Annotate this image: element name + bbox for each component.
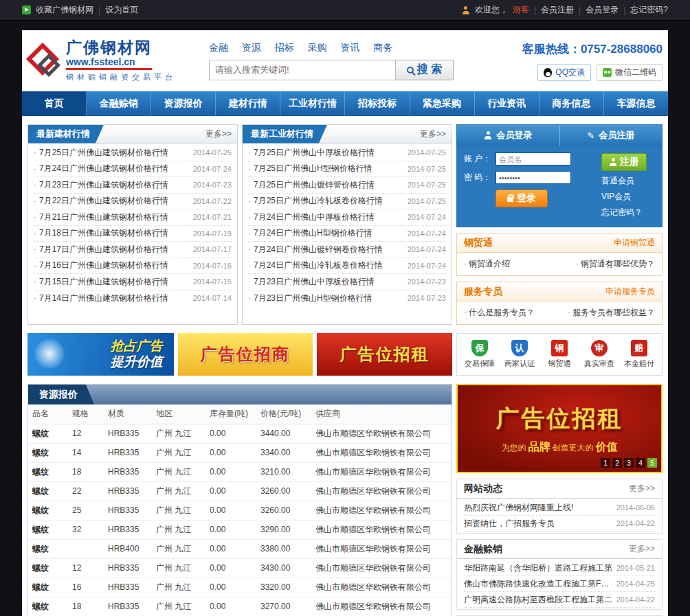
news-date: 2014-07-15 <box>193 277 232 286</box>
nav-item-urgent-purchase[interactable]: 紧急采购 <box>410 91 475 116</box>
news-link[interactable]: 7月17日广州佛山建筑钢材价格行情 <box>39 244 190 255</box>
ad-banner-ad-space-invite[interactable]: 广告位招商 <box>178 333 313 376</box>
register-button[interactable]: 注册 <box>601 153 647 171</box>
building-news-more-link[interactable]: 更多>> <box>205 128 237 140</box>
news-link[interactable]: 7月23日广州佛山H型钢价格行情 <box>254 293 405 304</box>
badge-label: 本金赔付 <box>624 358 654 369</box>
quick-link-bidding[interactable]: 招标 <box>275 42 294 53</box>
nav-item-resource-quotes[interactable]: 资源报价 <box>151 91 216 116</box>
news-link[interactable]: 7月22日广州佛山建筑钢材价格行情 <box>39 195 190 207</box>
quick-link-news[interactable]: 资讯 <box>341 42 360 53</box>
register-link[interactable]: 会员注册 <box>541 4 574 16</box>
news-date: 2014-07-16 <box>193 262 232 270</box>
set-homepage-link[interactable]: 设为首页 <box>105 4 138 16</box>
pager-dot[interactable]: 4 <box>636 458 645 468</box>
quick-link-purchase[interactable]: 采购 <box>308 42 327 53</box>
badge-authenticity-review[interactable]: 审 真实审查 <box>581 340 618 369</box>
pager-dot[interactable]: 2 <box>612 458 622 468</box>
ad-banner-ad-space-rent[interactable]: 广告位招租 <box>317 333 452 376</box>
badge-merchant-certified[interactable]: 认 商家认证 <box>501 340 538 369</box>
news-link[interactable]: 7月23日广州佛山中厚板价格行情 <box>254 276 405 288</box>
forgot-password-link[interactable]: 忘记密码? <box>630 4 668 16</box>
pager-dot[interactable]: 1 <box>601 458 610 468</box>
table-row[interactable]: 螺纹 32 HRB335 广州 九江 0.00 3290.00 佛山市顺德区华欧… <box>28 520 452 539</box>
nav-item-industrial-prices[interactable]: 工业材行情 <box>280 91 345 116</box>
account-field[interactable] <box>496 152 571 166</box>
pager-dot[interactable]: 3 <box>624 458 634 468</box>
table-row[interactable]: 螺纹 14 HRB335 广州 九江 0.00 3340.00 佛山市顺德区华欧… <box>28 443 452 462</box>
news-link[interactable]: 7月24日广州佛山建筑钢材价格行情 <box>39 163 190 174</box>
table-row[interactable]: 螺纹 22 HRB335 广州 九江 0.00 3260.00 佛山市顺德区华欧… <box>28 481 452 501</box>
news-link[interactable]: 7月24日广州佛山镀锌钢卷价格行情 <box>254 244 405 255</box>
what-is-service-agent-link[interactable]: ·什么是服务专员？ <box>464 307 535 319</box>
cell-product: 螺纹 <box>28 462 68 481</box>
favorite-site-link[interactable]: 收藏广佛钢材网 <box>36 4 93 16</box>
news-link[interactable]: 佛山市佛陈路快速化改造工程施工第FCS- <box>464 578 614 590</box>
search-button[interactable]: 搜 索 <box>396 60 454 80</box>
news-link[interactable]: 广明高速公路陈村至西樵段工程施工第二 <box>464 594 614 606</box>
qq-chat-button[interactable]: QQ交谈 <box>537 64 591 81</box>
pager-dot[interactable]: 5 <box>647 458 657 468</box>
forgot-password-link[interactable]: 忘记密码？ <box>601 207 643 218</box>
news-link[interactable]: 7月24日广州佛山H型钢价格行情 <box>254 227 405 239</box>
table-row[interactable]: 螺纹 12 HRB335 广州 九江 0.00 3430.00 佛山市顺德区华欧… <box>28 558 452 578</box>
nav-item-vehicle-info[interactable]: 车源信息 <box>604 91 668 116</box>
news-link[interactable]: 7月24日广州佛山冷轧板卷价格行情 <box>254 260 405 271</box>
password-field[interactable] <box>496 171 571 184</box>
news-link[interactable]: 7月24日广州佛山中厚板价格行情 <box>254 212 405 223</box>
normal-member-link[interactable]: 普通会员 <box>601 175 634 187</box>
news-link[interactable]: 7月25日广州佛山H型钢价格行情 <box>254 163 405 174</box>
badge-principal-compensation[interactable]: 赔 本金赔付 <box>621 340 658 369</box>
news-link[interactable]: 7月16日广州佛山建筑钢材价格行情 <box>39 260 190 271</box>
cell-material: HRB335 <box>104 481 152 501</box>
table-row[interactable]: 螺纹 16 HRB335 广州 九江 0.00 3320.00 佛山市顺德区华欧… <box>28 578 452 597</box>
news-link[interactable]: 7月14日广州佛山建筑钢材价格行情 <box>39 293 190 304</box>
nav-item-bidding[interactable]: 招标投标 <box>345 91 410 116</box>
nav-item-home[interactable]: 首页 <box>22 91 87 116</box>
quick-link-business[interactable]: 商务 <box>373 42 392 53</box>
badge-transaction-guarantee[interactable]: 保 交易保障 <box>461 340 498 369</box>
table-row[interactable]: 螺纹 HRB400 广州 九江 0.00 3380.00 佛山市顺德区华欧钢铁有… <box>28 539 452 558</box>
news-link[interactable]: 热烈庆祝广佛钢材网隆重上线! <box>464 502 614 514</box>
nav-item-building-prices[interactable]: 建材行情 <box>216 91 280 116</box>
table-row[interactable]: 螺纹 18 HRB335 广州 九江 0.00 3210.00 佛山市顺德区华欧… <box>28 462 452 481</box>
login-button[interactable]: 登录 <box>496 190 548 207</box>
service-agent-rights-link[interactable]: ·服务专员有哪些权益？ <box>568 307 655 319</box>
news-link[interactable]: 7月25日广州佛山建筑钢材价格行情 <box>39 147 190 159</box>
nav-item-business-info[interactable]: 商务信息 <box>539 91 604 116</box>
gangmaotong-advantages-link[interactable]: ·钢贸通有哪些优势？ <box>576 258 655 270</box>
news-link[interactable]: 7月25日广州佛山镀锌管价格行情 <box>254 179 405 191</box>
news-link[interactable]: 7月21日广州佛山建筑钢材价格行情 <box>39 212 190 223</box>
site-logo[interactable]: 广佛钢材网 www.fssteel.cn 钢材赊销融资交易平台 <box>27 39 190 82</box>
side-ad-banner[interactable]: 广告位招租 为您的 品牌 创造更大的 价值 12345 <box>456 384 663 473</box>
site-news-more-link[interactable]: 更多>> <box>629 483 655 494</box>
news-link[interactable]: 华阳路南延（含华阳桥）道路工程施工第 <box>464 562 614 574</box>
badge-gangmaotong[interactable]: 钢 钢贸通 <box>541 340 578 369</box>
table-row[interactable]: 螺纹 25 HRB335 广州 九江 0.00 3260.00 佛山市顺德区华欧… <box>28 501 452 520</box>
industrial-news-more-link[interactable]: 更多>> <box>420 128 452 140</box>
table-row[interactable]: 螺纹 12 HRB335 广州 九江 0.00 3440.00 佛山市顺德区华欧… <box>28 424 452 443</box>
quick-link-finance[interactable]: 金融 <box>209 42 228 53</box>
login-link[interactable]: 会员登录 <box>586 4 619 16</box>
gangmaotong-intro-link[interactable]: ·钢贸通介绍 <box>464 258 510 270</box>
guest-label: 游客 <box>513 4 529 16</box>
news-link[interactable]: 7月18日广州佛山建筑钢材价格行情 <box>39 227 190 239</box>
news-link[interactable]: 7月23日广州佛山建筑钢材价格行情 <box>39 179 190 191</box>
search-input[interactable] <box>209 60 396 80</box>
apply-gangmaotong-link[interactable]: 申请钢贸通 <box>614 237 655 249</box>
ad-banner-grab-ads[interactable]: 抢占广告 提升价值 <box>27 333 174 376</box>
finance-news-more-link[interactable]: 更多>> <box>629 543 655 555</box>
wechat-qrcode-button[interactable]: 微信二维码 <box>597 64 663 81</box>
news-link[interactable]: 招资纳仕，广招服务专员 <box>464 518 614 529</box>
nav-item-financing[interactable]: 金融赊销 <box>87 91 151 116</box>
apply-service-agent-link[interactable]: 申请服务专员 <box>605 286 655 297</box>
table-row[interactable]: 螺纹 18 HRB335 广州 九江 0.00 3270.00 佛山市顺德区华欧… <box>28 597 452 616</box>
news-link[interactable]: 7月25日广州佛山冷轧板卷价格行情 <box>254 195 405 207</box>
news-link[interactable]: 7月15日广州佛山建筑钢材价格行情 <box>39 276 190 288</box>
news-link[interactable]: 7月25日广州佛山中厚板价格行情 <box>254 147 405 159</box>
tab-member-register[interactable]: 会员注册 <box>560 125 663 146</box>
quick-link-resource[interactable]: 资源 <box>242 42 261 53</box>
tab-member-login[interactable]: 会员登录 <box>457 125 560 146</box>
vip-member-link[interactable]: VIP会员 <box>601 191 631 203</box>
nav-item-industry-news[interactable]: 行业资讯 <box>475 91 539 116</box>
